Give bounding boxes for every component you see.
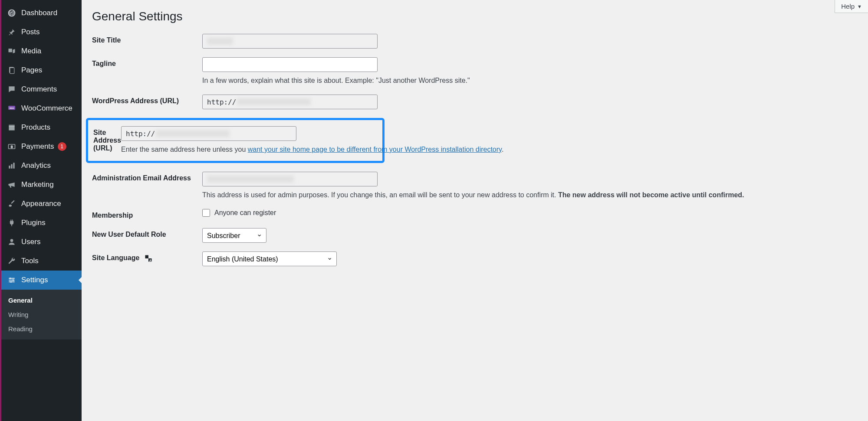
products-icon [7,122,17,133]
svg-rect-3 [10,68,14,73]
admin-email-row: Administration Email Address This addres… [92,172,858,200]
membership-row: Membership Anyone can register [92,209,858,219]
sidebar-item-woocommerce[interactable]: woo WooCommerce [1,99,82,118]
tagline-row: Tagline In a few words, explain what thi… [92,57,858,86]
brush-icon [7,199,17,209]
media-icon [7,46,17,56]
admin-email-input[interactable] [202,172,378,186]
settings-submenu: General Writing Reading [1,290,82,339]
wp-address-row: WordPress Address (URL) http:// [92,95,858,109]
sidebar-item-analytics[interactable]: Analytics [1,156,82,175]
site-title-label: Site Title [92,34,202,44]
site-address-label: Site Address (URL) [93,126,121,152]
svg-text:$: $ [11,145,13,149]
admin-email-label: Administration Email Address [92,172,202,182]
page-title: General Settings [92,10,858,23]
svg-rect-7 [9,124,14,126]
sidebar-item-appearance[interactable]: Appearance [1,194,82,213]
default-role-row: New User Default Role Subscriber [92,228,858,243]
sidebar-item-label: Appearance [21,199,61,208]
sidebar-item-label: Analytics [21,161,51,170]
sidebar-item-label: Pages [21,66,42,75]
analytics-icon [7,160,17,171]
default-role-label: New User Default Role [92,228,202,238]
sidebar-item-dashboard[interactable]: Dashboard [1,3,82,23]
tagline-label: Tagline [92,57,202,68]
plug-icon [7,218,17,228]
sidebar-item-settings[interactable]: Settings [1,271,82,290]
sidebar-item-marketing[interactable]: Marketing [1,175,82,194]
site-title-input[interactable] [202,34,378,49]
sidebar-item-users[interactable]: Users [1,232,82,251]
svg-rect-11 [11,164,12,169]
tagline-input[interactable] [202,57,378,72]
wrench-icon [7,256,17,266]
svg-point-19 [10,281,12,283]
sidebar-item-label: Media [21,47,41,55]
svg-point-13 [10,239,13,242]
sidebar-item-payments[interactable]: $ Payments 1 [1,137,82,156]
sidebar-item-label: Comments [21,85,57,94]
sidebar-item-label: Posts [21,28,40,36]
user-icon [7,237,17,247]
site-address-help: Enter the same address here unless you w… [121,144,503,155]
main-content: Help ▼ General Settings Site Title Tagli… [82,0,868,421]
admin-email-help: This address is used for admin purposes.… [202,190,775,200]
site-language-row: Site Language English (United States) [92,251,858,266]
svg-text:woo: woo [9,107,14,109]
sidebar-item-media[interactable]: Media [1,42,82,61]
dashboard-icon [7,8,17,18]
wp-address-label: WordPress Address (URL) [92,95,202,105]
site-language-select[interactable]: English (United States) [202,251,337,266]
sidebar-item-label: Tools [21,257,39,265]
sidebar-item-label: Settings [21,276,48,284]
sidebar-item-comments[interactable]: Comments [1,80,82,99]
translate-icon [144,254,153,263]
megaphone-icon [7,179,17,190]
help-button[interactable]: Help ▼ [835,0,868,13]
sidebar-item-label: WooCommerce [21,104,72,113]
sidebar-item-products[interactable]: Products [1,118,82,137]
sidebar-item-pages[interactable]: Pages [1,61,82,80]
svg-point-18 [13,279,14,281]
default-role-select[interactable]: Subscriber [202,228,266,243]
submenu-item-general[interactable]: General [1,293,82,307]
woocommerce-icon: woo [7,103,17,114]
submenu-item-writing[interactable]: Writing [1,307,82,322]
membership-checkbox[interactable] [202,209,210,217]
sidebar-item-posts[interactable]: Posts [1,23,82,42]
comment-icon [7,84,17,95]
svg-rect-12 [13,163,14,168]
membership-label: Membership [92,209,202,219]
sidebar-item-label: Payments [21,142,54,151]
site-address-help-link[interactable]: want your site home page to be different… [248,146,502,153]
tagline-help: In a few words, explain what this site i… [202,75,775,86]
sidebar-item-plugins[interactable]: Plugins [1,213,82,232]
submenu-item-reading[interactable]: Reading [1,322,82,336]
site-title-row: Site Title [92,34,858,49]
sidebar-item-label: Dashboard [21,9,57,17]
svg-point-17 [10,277,11,279]
membership-option-label[interactable]: Anyone can register [214,209,276,217]
pin-icon [7,27,17,37]
site-address-input[interactable]: http:// [121,126,296,141]
site-language-label: Site Language [92,251,202,263]
caret-down-icon: ▼ [857,4,862,9]
site-address-highlight: Site Address (URL) http:// Enter the sam… [86,118,385,163]
page-icon [7,65,17,75]
svg-rect-10 [9,166,10,169]
site-address-row: Site Address (URL) http:// Enter the sam… [93,126,382,155]
sidebar-item-label: Products [21,123,50,132]
settings-icon [7,275,17,285]
sidebar-item-tools[interactable]: Tools [1,251,82,271]
sidebar-item-label: Users [21,238,40,246]
sidebar-item-label: Plugins [21,219,46,227]
wp-address-input[interactable]: http:// [202,95,378,109]
admin-sidebar: Dashboard Posts Media Pages Comments woo… [0,0,82,421]
payments-icon: $ [7,141,17,152]
svg-rect-1 [9,49,12,52]
payments-badge: 1 [58,142,66,151]
sidebar-item-label: Marketing [21,180,54,189]
